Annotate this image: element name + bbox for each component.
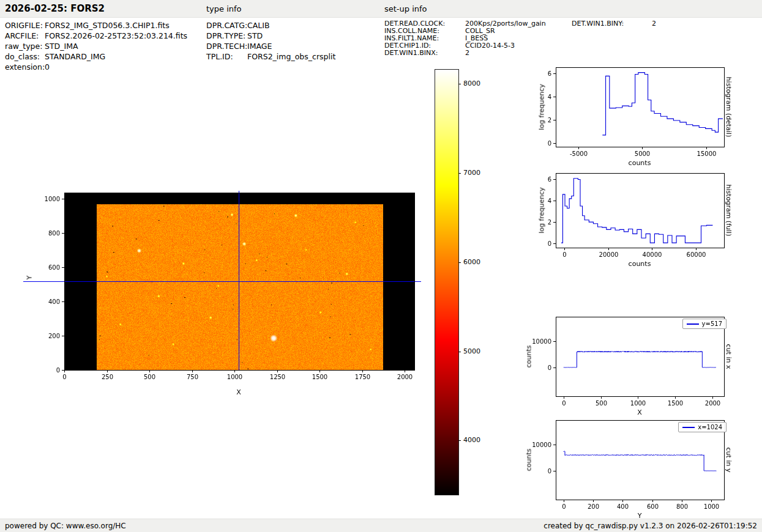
footer-right-text: created by qc_rawdisp.py v1.2.3 on 2026-… [543, 522, 757, 530]
setup-info-column-2: DET.WIN1.BINY:2 [572, 20, 656, 28]
colorbar-tick-mark [458, 173, 461, 174]
main-plot-ylabel: Y [26, 276, 34, 280]
hist-detail-xlabel: counts [629, 159, 651, 167]
meta-row: DPR.CATG:CALIB [206, 20, 335, 31]
main-plot-xlabel: X [236, 388, 241, 396]
colorbar-canvas [435, 69, 459, 495]
meta-value: STD [247, 31, 263, 40]
meta-label: DPR.CATG: [206, 20, 247, 31]
hist-detail-side-label: histogram (detail) [725, 77, 733, 138]
colorbar-tick-labels: 40005000600070008000 [458, 69, 501, 497]
meta-label: DET.WIN1.BINX: [384, 50, 465, 57]
header-bar: 2026-02-25: FORS2 type info set-up info [0, 0, 762, 18]
histogram-detail-canvas [522, 61, 736, 169]
meta-row: extension:0 [5, 62, 187, 72]
meta-value: 0 [45, 62, 50, 72]
colorbar [435, 69, 459, 495]
meta-row: ARCFILE:FORS2.2026-02-25T23:52:03.214.fi… [5, 31, 187, 41]
meta-row: ORIGFILE:FORS2_IMG_STD056.3.CHIP1.fits [5, 20, 187, 31]
hist-full-xlabel: counts [629, 260, 651, 268]
histogram-full-plot: log frequency histogram (full) counts [522, 167, 736, 270]
page-title: 2026-02-25: FORS2 [5, 3, 105, 14]
cut-in-y-plot: counts cut in y Y x=1024 [522, 414, 736, 522]
footer-bar: powered by QC: www.eso.org/HC created by… [0, 519, 762, 532]
colorbar-tick-label: 4000 [463, 436, 480, 444]
meta-label: raw_type: [5, 41, 45, 51]
colorbar-tick-label: 8000 [463, 79, 480, 87]
cut-x-side-label: cut in x [725, 344, 733, 369]
legend-line-swatch [682, 427, 695, 428]
histogram-full-canvas [522, 167, 736, 270]
colorbar-tick-label: 5000 [463, 347, 480, 355]
setup-info-heading: set-up info [384, 4, 427, 13]
type-info-column: DPR.CATG:CALIBDPR.TYPE:STDDPR.TECH:IMAGE… [206, 20, 335, 62]
qc-report-page: 2026-02-25: FORS2 type info set-up info … [0, 0, 762, 532]
hist-detail-ylabel: log frequency [538, 84, 546, 130]
cut-y-side-label: cut in y [725, 448, 733, 473]
colorbar-tick-mark [458, 352, 461, 352]
cut-x-legend-label: y=517 [702, 320, 722, 327]
setup-info-column: DET.READ.CLOCK:200Kps/2ports/low_gainINS… [384, 20, 546, 57]
meta-value: 2 [465, 49, 469, 57]
meta-row: TPL.ID:FORS2_img_obs_crsplit [206, 51, 335, 62]
legend-line-swatch [687, 323, 699, 325]
footer-left-text: powered by QC: www.eso.org/HC [5, 522, 126, 530]
colorbar-tick-mark [458, 262, 461, 263]
meta-value: FORS2_img_obs_crsplit [247, 52, 335, 61]
meta-value: FORS2_IMG_STD056.3.CHIP1.fits [45, 21, 170, 30]
meta-value: CALIB [247, 21, 270, 30]
meta-label: DPR.TYPE: [206, 31, 247, 41]
meta-value: STANDARD_IMG [45, 52, 105, 61]
type-info-heading: type info [206, 4, 242, 13]
colorbar-tick-label: 7000 [463, 169, 480, 177]
ccd-image-canvas [22, 185, 426, 397]
cut-x-legend: y=517 [682, 319, 727, 329]
colorbar-tick-label: 6000 [463, 258, 480, 266]
meta-row: DPR.TECH:IMAGE [206, 41, 335, 51]
meta-row: DET.WIN1.BINY:2 [572, 20, 656, 28]
meta-label: TPL.ID: [206, 51, 247, 62]
hist-full-ylabel: log frequency [538, 187, 546, 233]
meta-value: CCID20-14-5-3 [465, 42, 515, 50]
meta-row: do_class:STANDARD_IMG [5, 51, 187, 62]
colorbar-tick-mark [458, 440, 461, 441]
meta-label: DET.WIN1.BINY: [572, 20, 652, 28]
meta-label: DPR.TECH: [206, 41, 247, 51]
histogram-detail-plot: log frequency histogram (detail) counts [522, 61, 736, 169]
meta-value: FORS2.2026-02-25T23:52:03.214.fits [45, 31, 187, 40]
colorbar-tick-mark [458, 84, 461, 84]
meta-value: IMAGE [247, 42, 272, 51]
meta-value: STD_IMA [45, 42, 78, 51]
cut-y-ylabel: counts [525, 449, 533, 471]
meta-row: DPR.TYPE:STD [206, 31, 335, 41]
meta-row: raw_type:STD_IMA [5, 41, 187, 51]
meta-row: DET.WIN1.BINX:2 [384, 50, 546, 57]
meta-label: ORIGFILE: [5, 20, 45, 31]
meta-label: ARCFILE: [5, 31, 45, 41]
meta-label: extension: [5, 62, 45, 72]
cut-in-x-plot: counts cut in x X y=517 [522, 311, 736, 419]
cut-y-legend-label: x=1024 [698, 424, 722, 430]
cut-y-legend: x=1024 [678, 422, 727, 432]
hist-full-side-label: histogram (full) [725, 185, 733, 237]
meta-label: do_class: [5, 51, 45, 62]
meta-value: 2 [652, 20, 656, 28]
cut-x-ylabel: counts [525, 345, 533, 368]
file-info-column: ORIGFILE:FORS2_IMG_STD056.3.CHIP1.fitsAR… [5, 20, 187, 72]
ccd-image-plot: Y X [22, 185, 426, 397]
